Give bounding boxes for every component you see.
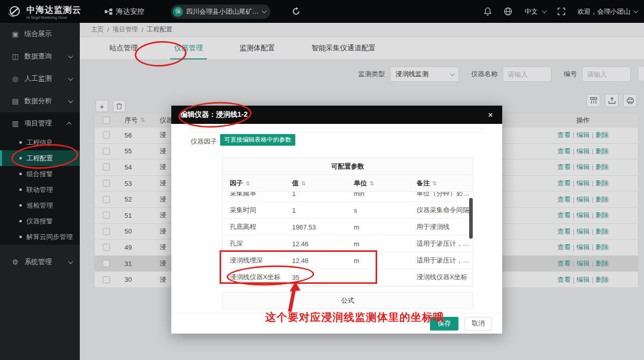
- param-table-scroll-area[interactable]: 采集频率 1 min 单位（分钟）必… 采集时间 1 s 仪器采集命令间隔 孔底…: [223, 192, 473, 286]
- cancel-button[interactable]: 取消: [465, 317, 492, 331]
- modal-footer: 保存 取消: [171, 313, 502, 334]
- param-table-caption: 可配置参数: [223, 158, 473, 175]
- param-row[interactable]: 孔底高程 1967.53 m 用于浸润线: [223, 219, 473, 236]
- param-factor: 浸润线仪器X坐标: [223, 269, 285, 285]
- unit-col-header[interactable]: 单位: [354, 179, 367, 188]
- param-value[interactable]: 1: [285, 202, 347, 218]
- param-value[interactable]: 12.46: [285, 236, 347, 252]
- param-factor: 采集时间: [223, 202, 285, 218]
- editable-hint-badge: 可直接编辑表格中的参数: [220, 134, 295, 146]
- param-unit: m: [347, 219, 410, 235]
- param-unit: [347, 269, 410, 285]
- param-factor: 采集频率: [223, 192, 285, 202]
- edit-instrument-modal: 编辑仪器：浸润线1-2 × 仪器因子 可直接编辑表格中的参数 可配置参数 因子⇅…: [171, 106, 502, 334]
- param-factor: 孔底高程: [223, 219, 285, 235]
- param-row-seepage-depth[interactable]: 浸润线埋深 12.46 m 适用于渗压计，…: [223, 252, 473, 269]
- sort-icon[interactable]: ⇅: [433, 180, 437, 187]
- modal-header: 编辑仪器：浸润线1-2 ×: [171, 106, 502, 124]
- value-col-header[interactable]: 值: [292, 179, 299, 188]
- param-note: 适用于渗压计，…: [410, 236, 473, 252]
- param-note: 适用于渗压计，…: [410, 252, 473, 269]
- param-value[interactable]: 1967.53: [285, 219, 347, 235]
- param-note: 用于浸润线: [410, 219, 473, 235]
- modal-title: 编辑仪器：浸润线1-2: [180, 110, 248, 119]
- param-factor: 浸润线埋深: [223, 252, 285, 269]
- sort-icon[interactable]: ⇅: [246, 180, 250, 187]
- param-row-x-coordinate[interactable]: 浸润线仪器X坐标 35 浸润线仪器X坐标: [223, 269, 473, 286]
- param-table: 可配置参数 因子⇅ 值⇅ 单位⇅ 备注⇅ 采集频率 1 min 单位（分钟）必……: [222, 157, 473, 287]
- param-row[interactable]: 孔深 12.46 m 适用于渗压计，…: [223, 236, 473, 252]
- param-value[interactable]: 1: [285, 192, 347, 202]
- param-value[interactable]: 12.46: [285, 252, 347, 269]
- app-root: 中海达监测云 Hi-Target Monitoring Cloud 海达安控 保…: [0, 0, 644, 360]
- param-row[interactable]: 采集时间 1 s 仪器采集命令间隔: [223, 202, 473, 219]
- sort-icon[interactable]: ⇅: [301, 180, 306, 187]
- scrollbar-thumb[interactable]: [469, 198, 473, 239]
- divider: [190, 128, 484, 128]
- param-unit: m: [347, 252, 410, 269]
- close-icon[interactable]: ×: [488, 111, 493, 119]
- param-note: 仪器采集命令间隔: [410, 202, 473, 218]
- param-note: 浸润线仪器X坐标: [410, 269, 473, 285]
- param-unit: s: [347, 202, 410, 218]
- sort-icon[interactable]: ⇅: [370, 180, 374, 187]
- param-unit: m: [347, 236, 410, 252]
- factor-label: 仪器因子: [191, 137, 217, 146]
- save-button[interactable]: 保存: [430, 317, 458, 331]
- factor-col-header[interactable]: 因子: [230, 179, 243, 188]
- param-factor: 孔深: [223, 236, 285, 252]
- param-row[interactable]: 采集频率 1 min 单位（分钟）必…: [223, 192, 473, 202]
- divider: [190, 132, 484, 133]
- note-col-header[interactable]: 备注: [417, 179, 430, 188]
- formula-section[interactable]: 公式: [222, 292, 473, 309]
- param-unit: min: [347, 192, 410, 202]
- param-value[interactable]: 35: [285, 269, 347, 285]
- param-table-header: 因子⇅ 值⇅ 单位⇅ 备注⇅: [223, 175, 473, 192]
- param-note: 单位（分钟）必…: [410, 192, 473, 202]
